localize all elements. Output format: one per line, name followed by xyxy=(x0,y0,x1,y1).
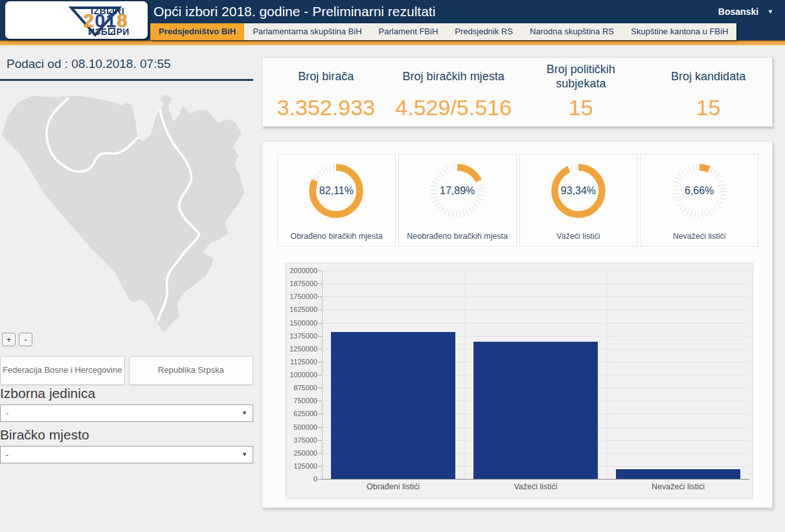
donut-invalid-ballots: 6,66% Nevažeći listići xyxy=(640,154,758,247)
gridline xyxy=(322,296,749,297)
summary-stats-panel: Broj birača 3.352.933 Broj biračkih mjes… xyxy=(262,57,773,127)
donut-percent: 82,11% xyxy=(305,160,367,222)
y-tick-label: 125000 xyxy=(288,462,317,470)
y-tick-label: 375000 xyxy=(288,436,317,444)
donut-percent: 93,34% xyxy=(547,160,609,222)
sidebar: Podaci od : 08.10.2018. 07:55 + - Federa… xyxy=(0,57,253,510)
header-accent-strip xyxy=(0,40,785,45)
gridline xyxy=(322,323,749,324)
bosnia-map[interactable] xyxy=(0,84,253,333)
map-zoom-out-button[interactable]: - xyxy=(19,333,32,346)
page-title: Opći izbori 2018. godine - Preliminarni … xyxy=(154,4,435,19)
country-outline xyxy=(2,94,244,332)
y-tick xyxy=(318,323,322,324)
y-tick xyxy=(318,309,322,310)
y-tick xyxy=(318,466,322,467)
tab-predsjednistvo-bih[interactable]: Predsjedništvo BiH xyxy=(150,23,244,40)
y-tick-label: 875000 xyxy=(288,384,317,392)
y-tick xyxy=(318,349,322,349)
chevron-down-icon: ▼ xyxy=(242,447,247,463)
y-tick xyxy=(318,388,322,388)
y-tick-label: 1500000 xyxy=(288,319,317,327)
y-tick-label: 1000000 xyxy=(288,371,317,379)
language-selector[interactable]: Bosanski▼ xyxy=(718,6,773,17)
y-tick-label: 1125000 xyxy=(288,358,317,366)
federation-bih-button[interactable]: Federacija Bosne i Hercegovine xyxy=(0,356,125,385)
gridline-vertical xyxy=(607,271,608,479)
y-tick xyxy=(318,296,322,297)
electoral-unit-select[interactable]: - ▼ xyxy=(0,405,253,422)
bar-0[interactable] xyxy=(331,332,455,479)
x-axis-label: Nevažeći listići xyxy=(607,482,749,491)
donut-valid-ballots: 93,34% Važeći listići xyxy=(519,154,638,247)
gridline-vertical xyxy=(464,271,465,479)
x-axis-label: Obrađeni listići xyxy=(322,482,464,491)
y-tick-label: 625000 xyxy=(288,410,317,417)
chevron-down-icon: ▼ xyxy=(768,8,773,15)
logo-text-cyrillic: ИЗБРИ xyxy=(88,27,130,37)
polling-station-select[interactable]: - ▼ xyxy=(0,446,253,463)
bar-1[interactable] xyxy=(473,342,598,479)
gridline xyxy=(322,283,749,284)
y-tick xyxy=(318,427,322,428)
results-panel: 82,11% Obrađeno biračkih mjesta 17,89% N… xyxy=(262,141,773,508)
x-axis xyxy=(322,479,749,480)
y-tick-label: 1750000 xyxy=(288,293,317,300)
tab-skupstine-kantona-fbih[interactable]: Skupštine kantona u FBiH xyxy=(622,23,736,40)
tab-parlament-fbih[interactable]: Parlament FBiH xyxy=(370,23,447,40)
stat-polling-stations: Broj biračkih mjesta 4.529/5.516 xyxy=(390,58,518,126)
check-icon xyxy=(108,28,115,35)
polling-station-label: Biračko mjesto xyxy=(0,427,253,443)
y-tick-label: 250000 xyxy=(288,449,317,457)
y-tick-label: 0 xyxy=(288,475,317,483)
donut-percent: 17,89% xyxy=(426,160,488,222)
y-tick-label: 1250000 xyxy=(288,345,317,353)
gridline xyxy=(322,271,749,271)
y-tick xyxy=(318,271,322,271)
y-tick xyxy=(318,414,322,414)
tab-parlamentarna-skupstina-bih[interactable]: Parlamentarna skupština BiH xyxy=(244,23,370,40)
y-tick-label: 1875000 xyxy=(288,280,317,287)
y-tick xyxy=(318,440,322,441)
stat-political-subjects: Broj političkih subjekata 15 xyxy=(518,58,645,126)
y-tick xyxy=(318,336,322,337)
y-tick-label: 2000000 xyxy=(288,267,317,274)
map-zoom-in-button[interactable]: + xyxy=(2,333,16,346)
electoral-unit-value: - xyxy=(6,408,8,418)
y-tick xyxy=(318,375,322,375)
gridline xyxy=(322,309,749,310)
stat-voters: Broj birača 3.352.933 xyxy=(262,58,390,126)
x-axis-label: Važeći listići xyxy=(464,482,607,491)
bosnia-map-svg xyxy=(0,84,253,333)
y-tick xyxy=(318,453,322,454)
y-tick-label: 1625000 xyxy=(288,305,317,313)
stat-candidates: Broj kandidata 15 xyxy=(644,58,772,126)
electoral-unit-label: Izborna jedinica xyxy=(0,386,253,401)
entity-buttons: Federacija Bosne i Hercegovine Republika… xyxy=(0,356,253,385)
elections-2018-logo[interactable]: IZBRI 2018 ИЗБРИ xyxy=(5,1,148,39)
republika-srpska-button[interactable]: Republika Srpska xyxy=(129,356,254,385)
tab-predsjednik-rs[interactable]: Predsjednik RS xyxy=(446,23,521,40)
donut-gauges: 82,11% Obrađeno biračkih mjesta 17,89% N… xyxy=(277,154,758,247)
y-tick-label: 500000 xyxy=(288,423,317,431)
data-timestamp: Podaci od : 08.10.2018. 07:55 xyxy=(0,57,253,81)
electoral-unit-filter: Izborna jedinica - ▼ xyxy=(0,386,253,422)
y-tick-label: 750000 xyxy=(288,397,317,405)
donut-percent: 6,66% xyxy=(668,160,731,222)
polling-station-filter: Biračko mjesto - ▼ xyxy=(0,427,253,463)
tab-narodna-skupstina-rs[interactable]: Narodna skupština RS xyxy=(521,23,622,40)
polling-station-value: - xyxy=(6,450,8,460)
y-tick xyxy=(318,401,322,401)
main-navigation: Predsjedništvo BiH Parlamentarna skupšti… xyxy=(150,23,736,40)
chevron-down-icon: ▼ xyxy=(242,405,247,421)
y-tick xyxy=(318,362,322,362)
y-tick-label: 1375000 xyxy=(288,332,317,340)
language-label: Bosanski xyxy=(718,6,758,17)
donut-unprocessed-stations: 17,89% Neobrađeno biračkih mjesta xyxy=(398,154,517,247)
y-tick xyxy=(318,283,322,284)
ballots-bar-chart: 0125000250000375000500000625000750000875… xyxy=(286,263,753,499)
bar-2[interactable] xyxy=(616,469,740,479)
donut-processed-stations: 82,11% Obrađeno biračkih mjesta xyxy=(277,154,396,247)
map-zoom-controls: + - xyxy=(2,333,32,346)
